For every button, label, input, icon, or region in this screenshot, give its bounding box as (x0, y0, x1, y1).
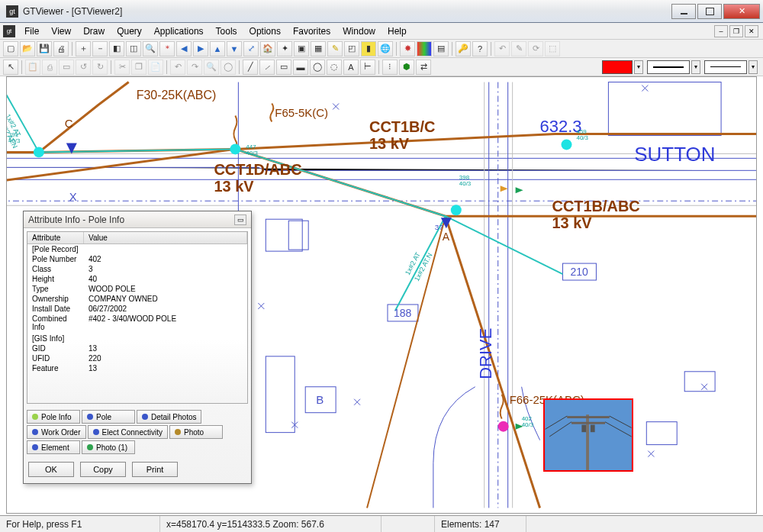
new-icon[interactable]: ▢ (3, 41, 18, 56)
menu-help[interactable]: Help (382, 24, 413, 38)
line-style-dropdown[interactable]: ▾ (691, 60, 700, 74)
close-button[interactable] (723, 4, 760, 19)
grid-row[interactable]: Height40 (27, 274, 247, 284)
svg-point-12 (562, 139, 572, 150)
line-weight-swatch[interactable] (704, 60, 747, 74)
mdi-close-button[interactable]: ✕ (745, 25, 758, 37)
minimize-button[interactable] (671, 4, 696, 19)
pointer-icon[interactable]: ↖ (3, 60, 18, 75)
panel-tab[interactable]: Work Order (27, 425, 86, 439)
ellipse-icon[interactable]: ◌ (327, 60, 342, 75)
line-icon[interactable]: ╱ (243, 60, 258, 75)
home-icon[interactable]: 🏠 (260, 41, 275, 56)
menu-tools[interactable]: Tools (210, 24, 243, 38)
mdi-restore-button[interactable]: ❐ (729, 25, 743, 37)
open-icon[interactable]: 📂 (20, 41, 35, 56)
dimension-icon[interactable]: ⊢ (360, 60, 375, 75)
grid-col-value[interactable]: Value (84, 232, 247, 243)
menu-query[interactable]: Query (111, 24, 148, 38)
panel-tab[interactable]: Photo (1) (82, 440, 135, 454)
key-icon[interactable]: 🔑 (456, 41, 471, 56)
help-icon[interactable]: ? (472, 41, 488, 56)
line-style-swatch[interactable] (647, 60, 690, 74)
menu-options[interactable]: Options (243, 24, 287, 38)
panel-tab[interactable]: Photo (169, 425, 223, 439)
panel-tab[interactable]: Elect Connectivity (88, 425, 168, 439)
label-188: 188 (394, 307, 412, 319)
rect-icon[interactable]: ▭ (276, 60, 291, 75)
panel-tab[interactable]: Pole (82, 410, 135, 424)
panel-close-button[interactable]: ▭ (234, 214, 246, 225)
maximize-button[interactable] (697, 4, 722, 19)
photo-thumbnail[interactable] (543, 398, 633, 472)
pan-up-icon[interactable]: ▲ (210, 41, 225, 56)
grid-row[interactable]: Pole Number402 (27, 254, 247, 264)
grid-row[interactable]: OwnershipCOMPANY OWNED (27, 294, 247, 304)
svg-rect-4 (608, 82, 721, 136)
snap-icon[interactable]: ⁝ (382, 60, 398, 75)
tool-e-icon: ⬚ (545, 41, 560, 56)
redo-icon: ↻ (92, 60, 108, 75)
label-210: 210 (570, 266, 588, 278)
tool-b-icon[interactable]: ▣ (294, 41, 309, 56)
circle-icon[interactable]: ◯ (310, 60, 325, 75)
link-icon[interactable]: ⇄ (416, 60, 431, 75)
zoom-window-icon[interactable]: ◧ (109, 41, 124, 56)
menu-draw[interactable]: Draw (77, 24, 111, 38)
grid-row[interactable]: GID13 (27, 343, 247, 353)
grid-row[interactable]: Combined Info#402 - 3/40/WOOD POLE (27, 314, 247, 332)
fit-icon[interactable]: ⤢ (243, 41, 259, 56)
grid-row[interactable]: [GIS Info] (27, 334, 247, 343)
menu-app-icon: gt (3, 25, 15, 37)
zoom-in-icon[interactable]: ＋ (76, 41, 91, 56)
globe-icon[interactable]: 🌐 (378, 41, 393, 56)
highlight-icon[interactable]: ✎ (327, 41, 343, 56)
node-icon[interactable]: ⬢ (399, 60, 414, 75)
select-icon[interactable]: ＊ (159, 41, 175, 56)
menu-file[interactable]: File (18, 24, 45, 38)
label-kv13a: 13 kV (369, 135, 410, 152)
yellow-tool-icon[interactable]: ▮ (361, 41, 376, 56)
polyline-icon[interactable]: ⟋ (259, 60, 275, 75)
grid-icon[interactable]: ▤ (433, 41, 449, 56)
save-icon[interactable]: 💾 (37, 41, 52, 56)
menu-window[interactable]: Window (336, 24, 382, 38)
grid-row[interactable]: UFID220 (27, 353, 247, 363)
filled-rect-icon[interactable]: ▬ (293, 60, 308, 75)
grid-body[interactable]: [Pole Record]Pole Number402Class3Height4… (27, 244, 247, 403)
target-icon[interactable]: ✸ (400, 41, 415, 56)
panel-tab[interactable]: Detail Photos (137, 410, 201, 424)
grid-row[interactable]: Feature13 (27, 363, 247, 373)
grid-row[interactable]: Class3 (27, 264, 247, 274)
menu-applications[interactable]: Applications (148, 24, 210, 38)
print-button[interactable]: Print (132, 462, 178, 477)
legend-icon[interactable] (417, 41, 432, 56)
menu-favorites[interactable]: Favorites (287, 24, 336, 38)
status-empty2 (526, 516, 763, 532)
tool-c-icon[interactable]: ▦ (311, 41, 326, 56)
text-icon[interactable]: A (343, 60, 359, 75)
grid-row[interactable]: TypeWOOD POLE (27, 284, 247, 294)
pan-right-icon[interactable]: ▶ (193, 41, 208, 56)
menu-view[interactable]: View (45, 24, 77, 38)
line-weight-dropdown[interactable]: ▾ (749, 60, 758, 74)
grid-row[interactable]: [Pole Record] (27, 244, 247, 254)
search-icon[interactable]: 🔍 (143, 41, 158, 56)
print-icon[interactable]: 🖨 (53, 41, 69, 56)
mdi-minimize-button[interactable]: – (714, 25, 728, 37)
zoom-extents-icon[interactable]: ◫ (126, 41, 141, 56)
panel-tab[interactable]: Pole Info (27, 410, 80, 424)
ok-button[interactable]: OK (28, 462, 74, 477)
erase-icon[interactable]: ◰ (344, 41, 359, 56)
color-dropdown[interactable]: ▾ (634, 60, 643, 74)
tool-a-icon[interactable]: ✦ (277, 41, 292, 56)
grid-row[interactable]: Install Date06/27/2002 (27, 304, 247, 314)
copy-button[interactable]: Copy (80, 462, 126, 477)
panel-tab[interactable]: Element (27, 440, 80, 454)
pan-left-icon[interactable]: ◀ (176, 41, 192, 56)
grid-col-attribute[interactable]: Attribute (27, 232, 84, 243)
zoom-out-icon[interactable]: － (92, 41, 108, 56)
color-swatch[interactable] (602, 60, 633, 74)
pan-down-icon[interactable]: ▼ (227, 41, 242, 56)
svg-rect-1 (288, 221, 308, 250)
